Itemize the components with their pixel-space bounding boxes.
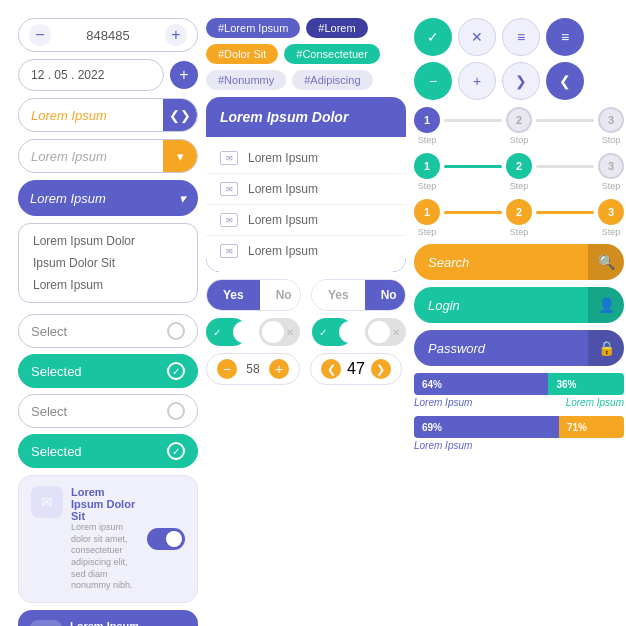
toggle-on-check[interactable]: ✓	[206, 318, 247, 346]
login-input-field[interactable]: Login 👤	[414, 287, 624, 323]
select-chevron-btn[interactable]: ▾	[163, 139, 197, 173]
radio-item-2[interactable]: Selected	[18, 354, 198, 388]
mail-icon-1: ✉	[220, 151, 238, 165]
step-label-2-1: Step	[418, 181, 437, 191]
dropdown-card-item-1[interactable]: ✉ Lorem Ipsum	[206, 143, 406, 174]
icon-x-btn[interactable]: ✕	[458, 18, 496, 56]
yn-pill-1[interactable]: Yes No	[206, 279, 301, 311]
step-label-3-1: Step	[418, 227, 437, 237]
progress-group-1: 64% 36% Lorem Ipsum Lorem Ipsum	[414, 373, 624, 408]
notification-card-dark: ✉ Lorem Ipsum Dolor Sit adipiscing elit,…	[18, 610, 198, 626]
progress-rest-1: 36%	[548, 373, 624, 395]
yes-btn-1[interactable]: Yes	[207, 280, 260, 310]
step-2-2: 2 Step	[506, 153, 532, 191]
tag-4[interactable]: #Consectetuer	[284, 44, 380, 64]
step-1-1: 1 Step	[414, 107, 440, 145]
stepper-row: − 58 + ❮ 47 ❯	[206, 353, 406, 385]
notification-card-light: ✉ Lorem Ipsum Dolor Sit Lorem ipsum dolo…	[18, 475, 198, 603]
toggle-switch-1[interactable]	[147, 528, 185, 550]
step-conn-1-1	[444, 119, 502, 122]
dropdown-item-1[interactable]: Lorem Ipsum Dolor	[19, 230, 197, 252]
stepper2-back[interactable]: ❮	[321, 359, 341, 379]
card-mail-icon-dark: ✉	[30, 620, 62, 626]
radio-circle-4	[167, 442, 185, 460]
input-field-1[interactable]: Lorem Ipsum ❮❯	[18, 98, 198, 132]
input-label-1: Lorem Ipsum	[19, 108, 163, 123]
toggle-off-x[interactable]: ✕	[259, 318, 300, 346]
icon-plus-btn[interactable]: +	[458, 62, 496, 100]
radio-item-1[interactable]: Select	[18, 314, 198, 348]
number-stepper[interactable]: − 848485 +	[18, 18, 198, 52]
progress-left-label-2: Lorem Ipsum	[414, 440, 472, 451]
radio-item-3[interactable]: Select	[18, 394, 198, 428]
step-circle-1-2: 2	[506, 107, 532, 133]
card-text-2: Lorem Ipsum Dolor Sit adipiscing elit, s…	[70, 620, 156, 626]
icon-chevron-left-btn[interactable]: ❮	[546, 62, 584, 100]
toggle-row: ✓ ✕ ✓ ✕	[206, 318, 406, 346]
step-3-1: 1 Step	[414, 199, 440, 237]
date-plus-button[interactable]: +	[170, 61, 198, 89]
dropdown-chevron-icon: ▾	[179, 191, 186, 206]
input-icon-btn-1[interactable]: ❮❯	[163, 98, 197, 132]
dropdown-card: Lorem Ipsum Dolor ✉ Lorem Ipsum ✉ Lorem …	[206, 97, 406, 272]
toggle-off-x-2[interactable]: ✕	[365, 318, 406, 346]
select-field-1[interactable]: Lorem Ipsum ▾	[18, 139, 198, 173]
tag-1[interactable]: #Lorem Ipsum	[206, 18, 300, 38]
password-input-field[interactable]: Password 🔒	[414, 330, 624, 366]
tag-6[interactable]: #Adipiscing	[292, 70, 372, 90]
stepper-group-1[interactable]: − 58 +	[206, 353, 300, 385]
radio-item-4[interactable]: Selected	[18, 434, 198, 468]
search-input-field[interactable]: Search 🔍	[414, 244, 624, 280]
toggle-on-check-2[interactable]: ✓	[312, 318, 353, 346]
dropdown-item-3[interactable]: Lorem Ipsum	[19, 274, 197, 296]
stepper2-forward[interactable]: ❯	[371, 359, 391, 379]
toggle-check-icon: ✓	[213, 327, 221, 338]
step-conn-3-2	[536, 211, 594, 214]
toggle-knob-4	[368, 321, 390, 343]
progress-fill-2: 69%	[414, 416, 559, 438]
icon-chevron-right-btn[interactable]: ❯	[502, 62, 540, 100]
stepper1-plus[interactable]: +	[269, 359, 289, 379]
dropdown-card-header[interactable]: Lorem Ipsum Dolor	[206, 97, 406, 137]
dropdown-active-label: Lorem Ipsum	[30, 191, 106, 206]
tag-2[interactable]: #Lorem	[306, 18, 367, 38]
toggle-knob-2	[262, 321, 284, 343]
yes-btn-2[interactable]: Yes	[312, 280, 365, 310]
steps-row-3: 1 Step 2 Step 3 Step	[414, 199, 624, 237]
dropdown-item-2[interactable]: Ipsum Dolor Sit	[19, 252, 197, 274]
icon-check-btn[interactable]: ✓	[414, 18, 452, 56]
icon-minus-btn[interactable]: −	[414, 62, 452, 100]
icon-menu-purple-btn[interactable]: ≡	[546, 18, 584, 56]
dropdown-card-item-2[interactable]: ✉ Lorem Ipsum	[206, 174, 406, 205]
progress-section: 64% 36% Lorem Ipsum Lorem Ipsum 69% 71% …	[414, 373, 624, 451]
no-btn-1[interactable]: No	[260, 280, 301, 310]
select-label-1: Lorem Ipsum	[19, 149, 163, 164]
step-2-3: 3 Step	[598, 153, 624, 191]
date-field[interactable]: 12 . 05 . 2022	[18, 59, 164, 91]
tag-5[interactable]: #Nonummy	[206, 70, 286, 90]
dropdown-card-item-3[interactable]: ✉ Lorem Ipsum	[206, 205, 406, 236]
stepper-group-2[interactable]: ❮ 47 ❯	[310, 353, 402, 385]
radio-label-2: Selected	[31, 364, 82, 379]
step-conn-3-1	[444, 211, 502, 214]
dropdown-active[interactable]: Lorem Ipsum ▾	[18, 180, 198, 216]
mail-icon-2: ✉	[220, 182, 238, 196]
stepper2-value: 47	[347, 360, 365, 378]
no-btn-2[interactable]: No	[365, 280, 406, 310]
dropdown-menu: Lorem Ipsum Dolor Ipsum Dolor Sit Lorem …	[18, 223, 198, 303]
icon-menu-btn[interactable]: ≡	[502, 18, 540, 56]
step-2-1: 1 Step	[414, 153, 440, 191]
stepper-plus-btn[interactable]: +	[165, 24, 187, 46]
tag-3[interactable]: #Dolor Sit	[206, 44, 278, 64]
step-circle-2-3: 3	[598, 153, 624, 179]
yn-pill-2[interactable]: Yes No	[311, 279, 406, 311]
stepper1-minus[interactable]: −	[217, 359, 237, 379]
progress-group-2: 69% 71% Lorem Ipsum	[414, 416, 624, 451]
step-conn-2-1	[444, 165, 502, 168]
lock-icon: 🔒	[588, 330, 624, 366]
dropdown-card-item-4[interactable]: ✉ Lorem Ipsum	[206, 236, 406, 266]
column-1: − 848485 + 12 . 05 . 2022 + Lorem Ipsum …	[18, 18, 198, 626]
stepper-minus-btn[interactable]: −	[29, 24, 51, 46]
step-circle-3-3: 3	[598, 199, 624, 225]
card-text-1: Lorem Ipsum Dolor Sit Lorem ipsum dolor …	[71, 486, 139, 592]
